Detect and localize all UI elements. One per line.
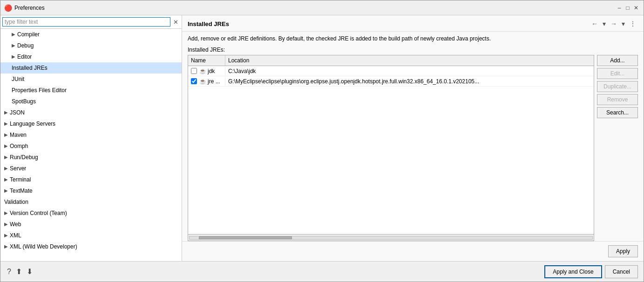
- sidebar-item-terminal[interactable]: ▶ Terminal: [0, 174, 182, 185]
- jre-table-header: Name Location: [188, 55, 594, 66]
- sidebar-item-maven[interactable]: ▶ Maven: [0, 129, 182, 141]
- table-row[interactable]: ☕ jre ... G:\MyEclipse\eclipse\plugins\o…: [188, 76, 594, 87]
- panel-header: Installed JREs ← ▾ → ▾ ⋮: [182, 15, 644, 32]
- title-bar: 🔴 Preferences – □ ✕: [0, 0, 644, 15]
- nav-menu-button[interactable]: ⋮: [628, 19, 638, 28]
- add-button[interactable]: Add...: [597, 55, 638, 66]
- apply-row: Apply: [182, 241, 644, 261]
- sidebar-item-label: Maven: [10, 130, 27, 140]
- sidebar-item-label: Installed JREs: [12, 65, 47, 71]
- bottom-right-buttons: Apply and Close Cancel: [544, 265, 638, 278]
- sidebar-item-debug[interactable]: ▶ Debug: [0, 40, 182, 51]
- scroll-track[interactable]: [189, 236, 593, 240]
- sidebar-item-xml[interactable]: ▶ XML: [0, 230, 182, 241]
- sidebar-item-properties-files-editor[interactable]: Properties Files Editor: [0, 85, 182, 96]
- duplicate-button[interactable]: Duplicate...: [597, 81, 638, 92]
- sidebar-item-installed-jres[interactable]: Installed JREs: [0, 62, 182, 74]
- filter-input[interactable]: [2, 17, 170, 27]
- tree: ▶ Compiler ▶ Debug ▶ Editor Installed JR…: [0, 29, 182, 261]
- chevron-right-icon: ▶: [12, 41, 15, 50]
- nav-arrows: ← ▾ → ▾ ⋮: [590, 19, 638, 28]
- chevron-right-icon: ▶: [4, 231, 8, 240]
- nav-forward-dropdown-button[interactable]: ▾: [620, 19, 627, 28]
- title-controls: – □ ✕: [616, 4, 640, 12]
- chevron-right-icon: ▶: [12, 30, 15, 39]
- sidebar-item-json[interactable]: ▶ JSON: [0, 107, 182, 118]
- remove-button[interactable]: Remove: [597, 94, 638, 105]
- chevron-right-icon: ▶: [4, 119, 8, 128]
- jre-location-cell: C:\Java\jdk: [225, 67, 594, 75]
- sidebar-item-label: JUnit: [12, 76, 24, 82]
- apply-and-close-button[interactable]: Apply and Close: [544, 265, 602, 278]
- sidebar-item-label: Properties Files Editor: [12, 87, 67, 94]
- sidebar-item-oomph[interactable]: ▶ Oomph: [0, 141, 182, 152]
- chevron-right-icon: ▶: [4, 220, 8, 229]
- filter-row: ✕: [0, 15, 182, 29]
- minimize-button[interactable]: –: [616, 4, 623, 12]
- jre-name-cell: ☕ jdk: [188, 67, 225, 75]
- jre-icon: ☕: [199, 78, 206, 85]
- jre-action-buttons: Add... Edit... Duplicate... Remove Searc…: [594, 55, 638, 241]
- table-row[interactable]: ☕ jdk C:\Java\jdk: [188, 66, 594, 76]
- chevron-right-icon: ▶: [12, 52, 15, 61]
- cancel-button[interactable]: Cancel: [605, 265, 638, 278]
- jre-table-body: ☕ jdk C:\Java\jdk ☕ jre ... G:\MyEcl: [188, 66, 594, 234]
- chevron-right-icon: ▶: [4, 186, 8, 195]
- sidebar-inner: ▶ Compiler ▶ Debug ▶ Editor Installed JR…: [0, 29, 182, 261]
- sidebar-item-junit[interactable]: JUnit: [0, 74, 182, 85]
- jre-checkbox-jdk[interactable]: [191, 68, 197, 74]
- close-button[interactable]: ✕: [632, 4, 640, 12]
- chevron-right-icon: ▶: [4, 130, 8, 140]
- maximize-button[interactable]: □: [624, 4, 631, 12]
- sidebar-item-server[interactable]: ▶ Server: [0, 163, 182, 174]
- scroll-thumb[interactable]: [199, 236, 292, 239]
- sidebar-item-label: Oomph: [10, 141, 28, 151]
- apply-button[interactable]: Apply: [608, 245, 638, 257]
- filter-clear-button[interactable]: ✕: [171, 18, 180, 26]
- jre-location-cell: G:\MyEclipse\eclipse\plugins\org.eclipse…: [225, 77, 594, 86]
- sidebar-item-textmate[interactable]: ▶ TextMate: [0, 185, 182, 196]
- nav-dropdown-button[interactable]: ▾: [601, 19, 608, 28]
- bottom-bar: ? ⬆ ⬇ Apply and Close Cancel: [0, 261, 644, 282]
- chevron-right-icon: ▶: [4, 175, 8, 184]
- right-panel: Installed JREs ← ▾ → ▾ ⋮ Add, remove or …: [182, 15, 644, 261]
- chevron-right-icon: ▶: [4, 153, 8, 162]
- col-location-header: Location: [225, 55, 594, 66]
- jre-checkbox-jre[interactable]: [191, 78, 197, 84]
- sidebar-item-language-servers[interactable]: ▶ Language Servers: [0, 118, 182, 129]
- sidebar-item-label: Debug: [17, 41, 34, 50]
- col-name-header: Name: [188, 55, 225, 66]
- import-preferences-button[interactable]: ⬇: [26, 266, 34, 277]
- sidebar-item-editor[interactable]: ▶ Editor: [0, 51, 182, 62]
- jre-area: Name Location ☕ jdk C:\Java\jdk: [188, 55, 638, 241]
- chevron-right-icon: ▶: [4, 164, 8, 173]
- sidebar-item-label: Run/Debug: [10, 153, 38, 162]
- sidebar-item-web[interactable]: ▶ Web: [0, 219, 182, 230]
- sidebar-item-validation[interactable]: Validation: [0, 196, 182, 208]
- sidebar-item-label: XML: [10, 231, 21, 240]
- sidebar-item-label: Web: [10, 220, 21, 229]
- chevron-right-icon: ▶: [4, 141, 8, 151]
- jre-icon: ☕: [199, 68, 206, 74]
- bottom-left-icons: ? ⬆ ⬇: [6, 266, 34, 277]
- sidebar-item-label: SpotBugs: [12, 98, 36, 105]
- export-preferences-button[interactable]: ⬆: [15, 266, 23, 277]
- jre-name: jdk: [208, 68, 215, 74]
- horizontal-scrollbar[interactable]: [188, 234, 594, 241]
- edit-button[interactable]: Edit...: [597, 68, 638, 79]
- nav-back-button[interactable]: ←: [590, 19, 600, 28]
- sidebar-item-spotbugs[interactable]: SpotBugs: [0, 96, 182, 107]
- sidebar-item-run-debug[interactable]: ▶ Run/Debug: [0, 152, 182, 163]
- search-button[interactable]: Search...: [597, 107, 638, 118]
- help-button[interactable]: ?: [6, 267, 12, 277]
- preferences-window: 🔴 Preferences – □ ✕ ✕ ▶ Compiler: [0, 0, 644, 282]
- nav-forward-button[interactable]: →: [609, 19, 619, 28]
- sidebar-item-version-control[interactable]: ▶ Version Control (Team): [0, 208, 182, 219]
- jre-name-cell: ☕ jre ...: [188, 77, 225, 86]
- app-icon: 🔴: [4, 4, 12, 12]
- sidebar: ✕ ▶ Compiler ▶ Debug ▶ Editor: [0, 15, 182, 261]
- window-title: Preferences: [14, 5, 45, 11]
- sidebar-item-compiler[interactable]: ▶ Compiler: [0, 29, 182, 40]
- jre-name: jre ...: [208, 78, 220, 85]
- sidebar-item-xml-wild[interactable]: ▶ XML (Wild Web Developer): [0, 241, 182, 252]
